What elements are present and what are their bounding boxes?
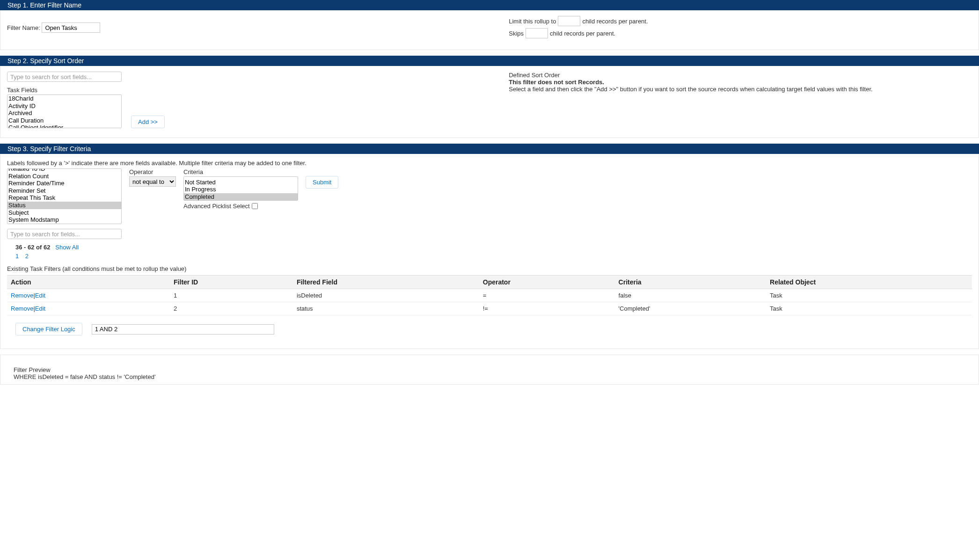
remove-link[interactable]: Remove: [11, 292, 33, 299]
existing-filters-label: Existing Task Filters (all conditions mu…: [7, 265, 972, 272]
task-field-option[interactable]: Call Duration: [7, 117, 121, 124]
page-1-link[interactable]: 1: [15, 253, 19, 260]
show-all-link[interactable]: Show All: [55, 244, 79, 251]
field-option[interactable]: Reminder Date/Time: [7, 180, 121, 187]
filter-preview-text: WHERE isDeleted = false AND status != 'C…: [14, 373, 965, 380]
field-option[interactable]: Related To ID: [7, 168, 121, 173]
task-fields-label: Task Fields: [7, 87, 509, 94]
step3-header: Step 3. Specify Filter Criteria: [0, 144, 979, 154]
count-text: 36 - 62 of 62: [15, 244, 50, 251]
th-action: Action: [7, 276, 170, 289]
cell-criteria: 'Completed': [615, 302, 766, 315]
th-filter-id: Filter ID: [170, 276, 293, 289]
field-option[interactable]: Relation Count: [7, 173, 121, 180]
cell-operator: =: [479, 289, 615, 302]
th-operator: Operator: [479, 276, 615, 289]
criteria-label: Criteria: [183, 168, 298, 175]
limit-label-pre: Limit this rollup to: [509, 18, 556, 25]
field-option[interactable]: Status: [7, 202, 121, 209]
step1-body: Filter Name: Limit this rollup to child …: [0, 10, 979, 50]
filter-name-label: Filter Name:: [7, 24, 40, 31]
step3-intro: Labels followed by a '>' indicate there …: [7, 160, 972, 167]
page-2-link[interactable]: 2: [25, 253, 29, 260]
filter-name-input[interactable]: [42, 22, 100, 33]
task-field-option[interactable]: 18CharId: [7, 95, 121, 102]
cell-field: status: [293, 302, 479, 315]
cell-related: Task: [766, 289, 972, 302]
field-option[interactable]: Subject: [7, 209, 121, 217]
field-option[interactable]: System Modstamp: [7, 216, 121, 224]
th-criteria: Criteria: [615, 276, 766, 289]
table-row: Remove|Edit1isDeleted=falseTask: [7, 289, 972, 302]
task-field-option[interactable]: Activity ID: [7, 102, 121, 110]
filter-logic-input[interactable]: [92, 324, 274, 335]
th-field: Filtered Field: [293, 276, 479, 289]
cell-operator: !=: [479, 302, 615, 315]
advanced-picklist-checkbox[interactable]: [252, 203, 258, 209]
filter-preview-label: Filter Preview: [14, 366, 965, 373]
limit-input[interactable]: [558, 16, 580, 26]
field-option[interactable]: Reminder Set: [7, 187, 121, 195]
filters-table: Action Filter ID Filtered Field Operator…: [7, 275, 972, 315]
table-row: Remove|Edit2status!='Completed'Task: [7, 302, 972, 315]
step3-body: Labels followed by a '>' indicate there …: [0, 154, 979, 349]
task-fields-list[interactable]: 18CharIdActivity IDArchivedCall Duration…: [7, 95, 122, 128]
task-field-option[interactable]: Call Object Identifier: [7, 124, 121, 128]
edit-link[interactable]: Edit: [35, 305, 45, 312]
cell-field: isDeleted: [293, 289, 479, 302]
task-field-option[interactable]: Archived: [7, 109, 121, 117]
criteria-option[interactable]: In Progress: [184, 186, 298, 193]
sort-search-input[interactable]: [7, 72, 122, 82]
criteria-option[interactable]: Completed: [184, 193, 298, 201]
cell-filter-id: 2: [170, 302, 293, 315]
step2-header: Step 2. Specify Sort Order: [0, 56, 979, 66]
fields-list[interactable]: Related To IDRelation CountReminder Date…: [7, 168, 122, 224]
field-option[interactable]: Repeat This Task: [7, 194, 121, 202]
cell-filter-id: 1: [170, 289, 293, 302]
step1-header: Step 1. Enter Filter Name: [0, 0, 979, 10]
defined-sort-label: Defined Sort Order: [509, 72, 972, 79]
step2-body: Task Fields 18CharIdActivity IDArchivedC…: [0, 66, 979, 138]
sort-help-text: Select a field and then click the "Add >…: [509, 86, 972, 93]
limit-label-post: child records per parent.: [582, 18, 648, 25]
filter-preview-section: Filter Preview WHERE isDeleted = false A…: [0, 355, 979, 385]
criteria-list[interactable]: --None--Not StartedIn ProgressCompleted: [183, 176, 298, 201]
add-button[interactable]: Add >>: [131, 116, 165, 128]
skips-label-post: child records per parent.: [550, 30, 615, 37]
submit-button[interactable]: Submit: [306, 176, 338, 189]
cell-related: Task: [766, 302, 972, 315]
remove-link[interactable]: Remove: [11, 305, 33, 312]
change-filter-logic-button[interactable]: Change Filter Logic: [15, 323, 82, 335]
edit-link[interactable]: Edit: [35, 292, 45, 299]
advanced-picklist-label: Advanced Picklist Select: [183, 203, 250, 210]
no-sort-msg: This filter does not sort Records.: [509, 79, 972, 86]
operator-select[interactable]: not equal to: [129, 176, 176, 187]
th-related: Related Object: [766, 276, 972, 289]
skips-label-pre: Skips: [509, 30, 524, 37]
skips-input[interactable]: [526, 28, 548, 38]
fields-search-input[interactable]: [7, 229, 122, 239]
operator-label: Operator: [129, 168, 176, 175]
cell-criteria: false: [615, 289, 766, 302]
criteria-option[interactable]: Not Started: [184, 179, 298, 186]
